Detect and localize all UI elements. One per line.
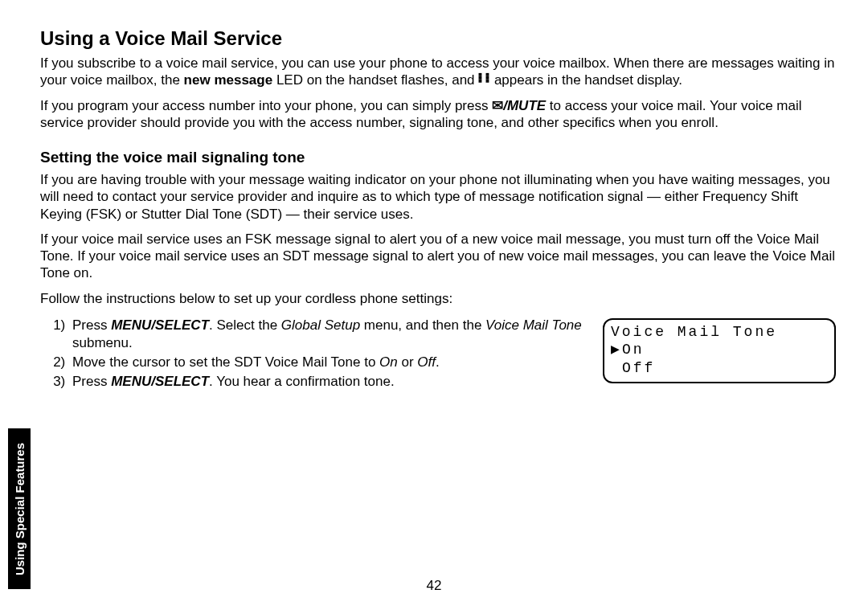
text: Press xyxy=(72,374,111,389)
mute-key-label: /MUTE xyxy=(503,98,546,113)
step-1: Press MENU/SELECT. Select the Global Set… xyxy=(69,317,587,352)
menu-select-key: MENU/SELECT xyxy=(111,317,209,333)
page-title: Using a Voice Mail Service xyxy=(40,27,836,50)
text: . You hear a confirmation tone. xyxy=(209,374,395,389)
global-setup-menu: Global Setup xyxy=(281,317,360,333)
steps-and-display-row: Press MENU/SELECT. Select the Global Set… xyxy=(40,315,836,392)
text: If you program your access number into y… xyxy=(40,98,492,113)
option-off: Off xyxy=(417,354,436,370)
text: submenu. xyxy=(72,335,133,350)
lcd-option-off: Off xyxy=(622,360,655,376)
voicemail-indicator-icon: ■ ■■ ■■ ■ xyxy=(478,73,490,83)
cursor-icon: ▶ xyxy=(611,341,622,359)
text: Press xyxy=(72,317,111,333)
text: . Select the xyxy=(209,317,281,333)
text: menu, and then the xyxy=(360,317,485,333)
menu-select-key: MENU/SELECT xyxy=(111,374,209,389)
page-number: 42 xyxy=(0,578,868,594)
handset-display-illustration: Voice Mail Tone ▶On Off xyxy=(603,318,836,384)
new-message-label: new message xyxy=(184,72,273,88)
text: Move the cursor to set the SDT Voice Mai… xyxy=(72,354,379,370)
intro-paragraph-2: If you program your access number into y… xyxy=(40,97,836,132)
step-2: Move the cursor to set the SDT Voice Mai… xyxy=(69,354,587,371)
body-paragraph-3: If you are having trouble with your mess… xyxy=(40,171,836,223)
instruction-steps: Press MENU/SELECT. Select the Global Set… xyxy=(40,317,587,392)
text: . xyxy=(436,354,440,370)
option-on: On xyxy=(379,354,398,370)
body-paragraph-5: Follow the instructions below to set up … xyxy=(40,290,836,307)
section-subheading: Setting the voice mail signaling tone xyxy=(40,149,836,166)
intro-paragraph-1: If you subscribe to a voice mail service… xyxy=(40,55,836,89)
voice-mail-tone-submenu: Voice Mail Tone xyxy=(485,317,582,333)
cursor-spacer xyxy=(611,359,622,378)
text: appears in the handset display. xyxy=(490,72,682,88)
section-tab: Using Special Features xyxy=(8,428,31,589)
manual-page: Using a Voice Mail Service If you subscr… xyxy=(0,0,868,610)
body-paragraph-4: If your voice mail service uses an FSK m… xyxy=(40,231,836,282)
lcd-option-on: On xyxy=(622,342,645,358)
text: or xyxy=(398,354,418,370)
envelope-icon: ✉ xyxy=(492,98,503,113)
step-3: Press MENU/SELECT. You hear a confirmati… xyxy=(69,373,587,391)
text: LED on the handset flashes, and xyxy=(272,72,478,88)
lcd-line-title: Voice Mail Tone xyxy=(611,324,777,340)
